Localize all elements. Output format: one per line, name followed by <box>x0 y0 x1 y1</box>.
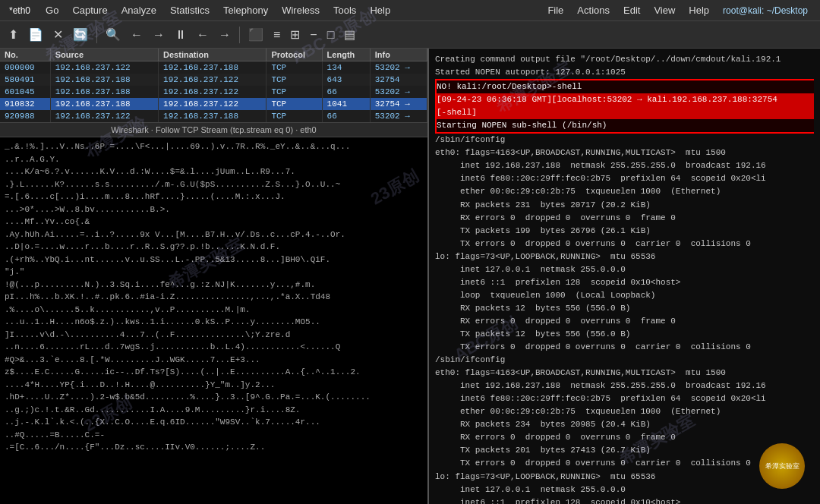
col-src: Source <box>50 49 158 61</box>
stream-line: ....K/a~6.?.v......K.V...d.:W....$=&.l..… <box>5 165 423 178</box>
terminal-line: inet6 ::1 prefixlen 128 scopeid 0x10<hos… <box>435 276 814 289</box>
terminal-line: RX errors 0 dropped 0 overruns 0 frame 0 <box>435 212 814 225</box>
toolbar-refresh[interactable]: 🔄 <box>69 25 92 44</box>
stream-line: ..D|o.=....w....r...b....r..R..S.g??.p.!… <box>5 241 423 254</box>
terminal-line: ether 00:0c:29:c0:2b:75 txqueuelen 1000 … <box>435 185 814 198</box>
table-cell: 134 <box>322 61 370 74</box>
table-cell: 580491 <box>0 74 50 86</box>
stream-line: ....4*H....YP{.i...D..!.H....@..........… <box>5 379 423 392</box>
terminal-line: [-shell] <box>435 106 814 119</box>
table-cell: 000000 <box>0 61 50 74</box>
col-len: Length <box>322 49 370 61</box>
terminal-line: eth0: flags=4163<UP,BROADCAST,RUNNING,MU… <box>435 367 814 380</box>
stream-line: ..j.-.K.l`.k.<.(..{X..C.O....E.q.6ID....… <box>5 416 423 429</box>
toolbar-sep1 <box>96 27 97 43</box>
packet-tbody: 000000192.168.237.122192.168.237.188TCP1… <box>0 61 427 123</box>
stream-line: z$....E.C.....G.....ic--..Df.Ts?[S)....(… <box>5 366 423 379</box>
terminal-line: loop txqueuelen 1000 (Local Loopback) <box>435 289 814 302</box>
table-cell: 192.168.237.188 <box>159 110 266 122</box>
toolbar-menu2[interactable]: ▤ <box>340 25 359 44</box>
terminal-content[interactable]: Creating command output file "/root/Desk… <box>429 49 820 504</box>
right-menu-items: FileActionsEditViewHelp <box>541 3 715 17</box>
right-menu-item-view[interactable]: View <box>648 3 681 17</box>
table-cell: 601045 <box>0 86 50 98</box>
stream-line: .(+rh%..YbQ.i...nt......v..u.SS...L.-.PP… <box>5 254 423 266</box>
terminal-line: inet6 fe80::20c:29ff:fec0:2b75 prefixlen… <box>435 392 814 405</box>
table-cell: TCP <box>266 61 322 74</box>
terminal-line: lo: flags=73<UP,LOOPBACK,RUNNING> mtu 65… <box>435 250 814 263</box>
table-row[interactable]: 601045192.168.237.188192.168.237.122TCP6… <box>0 86 427 98</box>
table-row[interactable]: 000000192.168.237.122192.168.237.188TCP1… <box>0 61 427 74</box>
terminal-line: RX packets 234 bytes 20985 (20.4 KiB) <box>435 418 814 431</box>
terminal-line: Starting NOPEN sub-shell (/bin/sh) <box>435 119 814 134</box>
terminal-line: /sbin/ifconfig <box>435 354 814 367</box>
stream-line: .}.L......K?......s.s........./.m-.G.U($… <box>5 178 423 191</box>
terminal-line: TX errors 0 dropped 0 overruns 0 carrier… <box>435 457 814 470</box>
menu-item-capture[interactable]: Capture <box>66 3 113 17</box>
toolbar-pause[interactable]: ⏸ <box>171 26 191 44</box>
table-row[interactable]: 920988192.168.237.122192.168.237.188TCP6… <box>0 110 427 122</box>
toolbar-close[interactable]: ✕ <box>49 25 67 44</box>
stream-line: .%....o\......5..k...........,v..P......… <box>5 304 423 317</box>
terminal-line: TX packets 12 bytes 556 (556.0 B) <box>435 328 814 341</box>
terminal-line: inet 192.168.237.188 netmask 255.255.255… <box>435 380 814 392</box>
table-cell: 192.168.237.122 <box>50 61 158 74</box>
stream-line: #Q>&...3.`e....8.[.*W.........J..WGK....… <box>5 354 423 367</box>
table-cell: 192.168.237.188 <box>50 74 158 86</box>
stream-line: .Ay.hUh.Ai.....=..i..?.....9x V...[M....… <box>5 228 423 241</box>
stream-line: ....Mf..Yv..co{.& <box>5 216 423 228</box>
toolbar-up[interactable]: ⬆ <box>5 25 22 44</box>
stream-line: "j." <box>5 266 423 279</box>
menu-item-wireless[interactable]: Wireless <box>276 3 326 17</box>
menu-item-analyze[interactable]: Analyze <box>115 3 162 17</box>
toolbar-forward[interactable]: → <box>149 26 169 44</box>
stream-line: .=[C..6.../n....{F"...Dz..sc....IIv.V0..… <box>5 441 423 454</box>
terminal-line: NO! kali:/root/Desktop>-shell <box>435 79 814 93</box>
right-menu-item-help[interactable]: Help <box>683 3 715 17</box>
stream-line: ..r..A.G.Y. <box>5 153 423 166</box>
terminal-line: inet6 fe80::20c:29ff:fec0:2b75 prefixlen… <box>435 172 814 185</box>
menu-item-statistics[interactable]: Statistics <box>164 3 216 17</box>
terminal-line: inet 127.0.0.1 netmask 255.0.0.0 <box>435 263 814 276</box>
toolbar-prev[interactable]: ← <box>193 26 213 44</box>
stream-line: ..g.;)c.!.t.&R..Gd...........I.A....9.M.… <box>5 404 423 417</box>
toolbar-next[interactable]: → <box>215 26 235 44</box>
toolbar-search[interactable]: 🔍 <box>102 25 125 44</box>
table-cell: 53202 → <box>370 61 427 74</box>
table-cell: 910832 <box>0 98 50 110</box>
stream-bar: Wireshark · Follow TCP Stream (tcp.strea… <box>0 122 427 137</box>
table-cell: 192.168.237.122 <box>159 74 266 86</box>
menu-item-tools[interactable]: Tools <box>327 3 362 17</box>
toolbar-stop[interactable]: ⬛ <box>244 25 267 44</box>
table-cell: 192.168.237.188 <box>50 98 158 110</box>
table-cell: 920988 <box>0 110 50 122</box>
stream-content[interactable]: _.&.!%.]...V..Ns..6P =....\F<...|....69.… <box>0 137 427 504</box>
terminal-line: RX packets 12 bytes 556 (556.0 B) <box>435 302 814 315</box>
toolbar-list[interactable]: ≡ <box>270 26 284 44</box>
terminal-line: [09-24-23 06:36:18 GMT][localhost:53202 … <box>435 93 814 106</box>
right-menu-item-file[interactable]: File <box>541 3 569 17</box>
menu-item-help[interactable]: Help <box>364 3 396 17</box>
terminal-line: eth0: flags=4163<UP,BROADCAST,RUNNING,MU… <box>435 146 814 159</box>
menu-item-telephony[interactable]: Telephony <box>217 3 274 17</box>
right-menu-item-edit[interactable]: Edit <box>617 3 646 17</box>
table-cell: 192.168.237.122 <box>50 110 158 122</box>
terminal-line: RX packets 231 bytes 20717 (20.2 KiB) <box>435 199 814 212</box>
menu-items: GoCaptureAnalyzeStatisticsTelephonyWirel… <box>39 3 396 17</box>
right-menu-item-actions[interactable]: Actions <box>571 3 616 17</box>
menu-item-go[interactable]: Go <box>39 3 65 17</box>
col-info: Info <box>370 49 427 61</box>
toolbar-back[interactable]: ← <box>127 26 147 44</box>
toolbar-max[interactable]: □ <box>323 26 339 44</box>
menu-bar: *eth0 GoCaptureAnalyzeStatisticsTelephon… <box>0 0 820 21</box>
toolbar-new[interactable]: 📄 <box>24 25 47 44</box>
stream-line: _.&.!%.]...V..Ns..6P =....\F<...|....69.… <box>5 140 423 153</box>
table-row[interactable]: 910832192.168.237.188192.168.237.122TCP1… <box>0 98 427 110</box>
terminal-line: inet6 ::1 prefixlen 128 scopeid 0x10<hos… <box>435 496 814 504</box>
toolbar-min[interactable]: − <box>306 26 320 44</box>
table-cell: 66 <box>322 110 370 122</box>
terminal-line: TX packets 199 bytes 26796 (26.1 KiB) <box>435 225 814 238</box>
terminal-line: /sbin/ifconfig <box>435 134 814 146</box>
table-row[interactable]: 580491192.168.237.188192.168.237.122TCP6… <box>0 74 427 86</box>
toolbar-grid[interactable]: ⊞ <box>286 25 304 44</box>
